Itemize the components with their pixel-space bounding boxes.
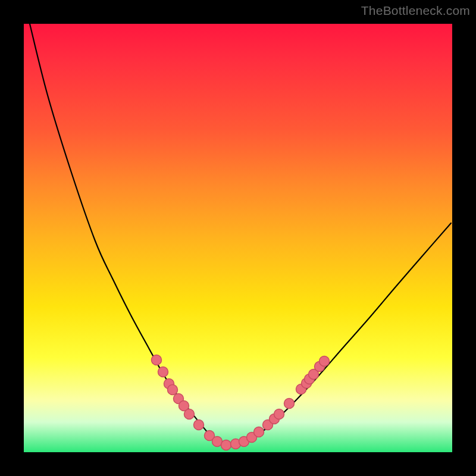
data-dot: [184, 409, 195, 419]
data-dot: [254, 427, 264, 437]
curves-layer: [24, 24, 452, 452]
plot-area: [24, 24, 452, 452]
data-dot: [158, 367, 168, 377]
data-dot: [284, 399, 295, 409]
data-dot: [221, 440, 231, 450]
chart-frame: TheBottleneck.com: [0, 0, 476, 476]
data-dot: [194, 420, 204, 430]
data-dot: [168, 385, 178, 395]
data-dot: [320, 356, 330, 367]
data-dot: [274, 409, 284, 419]
left-curve: [30, 24, 226, 445]
data-dots: [152, 355, 330, 450]
right-curve: [226, 223, 451, 445]
data-dot: [152, 355, 162, 365]
watermark-text: TheBottleneck.com: [361, 4, 470, 18]
